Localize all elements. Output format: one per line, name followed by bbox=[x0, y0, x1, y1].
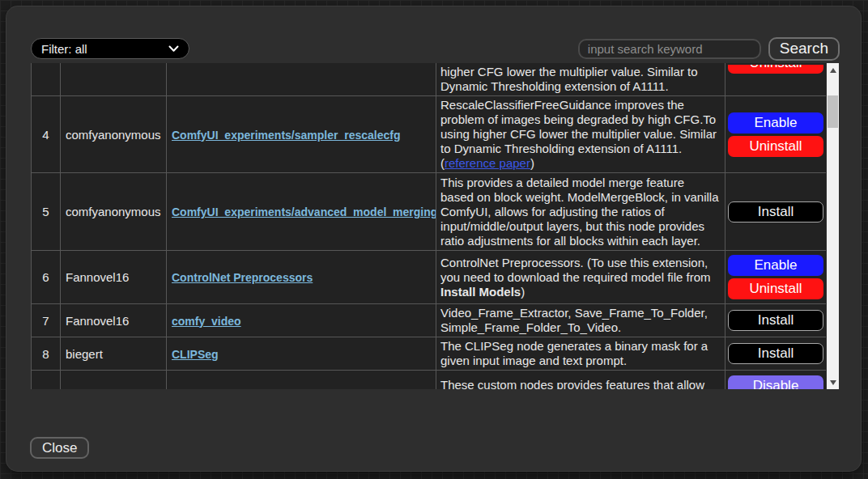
reference-paper-link[interactable]: reference paper bbox=[445, 156, 530, 170]
cell-name: ControlNet Preprocessors bbox=[167, 251, 436, 304]
cell-author: comfyanonymous bbox=[61, 96, 167, 173]
install-button[interactable]: Install bbox=[728, 343, 823, 364]
uninstall-button[interactable]: Uninstall bbox=[728, 65, 823, 74]
cell-id: 5 bbox=[32, 173, 61, 251]
cell-id: 6 bbox=[32, 251, 61, 304]
cell-description: Video_Frame_Extractor, Save_Frame_To_Fol… bbox=[436, 304, 725, 337]
table-row-partial-top: higher CFG lower the multiplier value. S… bbox=[32, 63, 827, 96]
cell-author: Fannovel16 bbox=[61, 251, 167, 304]
cell-author: comfyanonymous bbox=[61, 173, 167, 251]
cell-author: BlenderNeko bbox=[61, 371, 167, 390]
cell-description: The CLIPSeg node generates a binary mask… bbox=[436, 337, 725, 371]
nodes-table: higher CFG lower the multiplier value. S… bbox=[31, 63, 826, 389]
uninstall-button[interactable]: Uninstall bbox=[728, 278, 823, 299]
table-row: 5 comfyanonymous ComfyUI_experiments/adv… bbox=[32, 173, 827, 251]
install-custom-nodes-dialog: Filter: all Search bbox=[6, 6, 861, 471]
cell-id: 7 bbox=[32, 304, 61, 337]
enable-button[interactable]: Enable bbox=[728, 112, 823, 134]
search-input[interactable] bbox=[578, 39, 761, 59]
cell-name: CLIPSeg bbox=[167, 337, 436, 371]
scrollbar-thumb[interactable] bbox=[828, 95, 838, 128]
search-button[interactable]: Search bbox=[768, 37, 840, 61]
table-row: 6 Fannovel16 ControlNet Preprocessors Co… bbox=[32, 251, 827, 304]
cell-actions: Enable Uninstall bbox=[725, 96, 827, 173]
vertical-scrollbar[interactable] bbox=[827, 63, 839, 389]
cell-id: 9 bbox=[32, 371, 61, 390]
chevron-down-icon bbox=[168, 45, 179, 53]
cell-actions: Install bbox=[725, 337, 827, 371]
cell-author bbox=[61, 63, 167, 96]
extension-link[interactable]: comfy_video bbox=[172, 315, 241, 328]
cell-actions: Install bbox=[725, 173, 827, 251]
cell-name: ComfyUI_experiments/sampler_rescalecfg bbox=[167, 96, 436, 173]
cell-description: RescaleClassifierFreeGuidance improves t… bbox=[436, 96, 725, 173]
cell-actions: Install bbox=[725, 304, 827, 337]
cell-author: Fannovel16 bbox=[61, 304, 167, 337]
extension-link[interactable]: ComfyUI_experiments/advanced_model_mergi… bbox=[172, 206, 436, 218]
cell-name: ComfyUI_experiments/advanced_model_mergi… bbox=[167, 173, 436, 251]
comfyui-canvas: Filter: all Search bbox=[0, 0, 868, 479]
nodes-table-area: higher CFG lower the multiplier value. S… bbox=[31, 63, 839, 389]
enable-button[interactable]: Enable bbox=[728, 255, 823, 276]
filter-dropdown[interactable]: Filter: all bbox=[31, 38, 189, 59]
nodes-table-viewport: higher CFG lower the multiplier value. S… bbox=[31, 63, 826, 389]
cell-description: ControlNet Preprocessors. (To use this e… bbox=[436, 251, 725, 304]
cell-name bbox=[167, 63, 436, 96]
install-models-emphasis: Install Models bbox=[440, 285, 521, 299]
cell-actions: Disable bbox=[725, 371, 827, 390]
filter-dropdown-label: Filter: all bbox=[41, 42, 87, 56]
cell-description: higher CFG lower the multiplier value. S… bbox=[436, 63, 725, 96]
description-text: ControlNet Preprocessors. (To use this e… bbox=[440, 256, 711, 284]
install-button[interactable]: Install bbox=[728, 201, 823, 223]
extension-link[interactable]: ComfyUI_experiments/sampler_rescalecfg bbox=[172, 129, 400, 142]
cell-actions: Uninstall bbox=[725, 63, 827, 96]
cut-button-clip: Uninstall bbox=[725, 65, 826, 74]
cell-id: 4 bbox=[32, 96, 61, 173]
search-group: Search bbox=[578, 37, 840, 61]
cell-description: This provides a detailed model merge fea… bbox=[436, 173, 725, 251]
dialog-toolbar: Filter: all Search bbox=[31, 37, 840, 60]
table-row: 7 Fannovel16 comfy_video Video_Frame_Ext… bbox=[32, 304, 827, 337]
cell-author: biegert bbox=[61, 337, 167, 371]
install-button[interactable]: Install bbox=[728, 310, 823, 331]
scrollbar-up-button[interactable] bbox=[827, 64, 839, 76]
table-row-partial-bottom: 9 BlenderNeko ComfyUI Cutoff These custo… bbox=[32, 371, 827, 390]
cell-id: 8 bbox=[32, 337, 61, 371]
cell-description: These custom nodes provides features tha… bbox=[436, 371, 725, 390]
cell-actions: Enable Uninstall bbox=[725, 251, 827, 304]
cell-name: ComfyUI Cutoff bbox=[167, 371, 436, 390]
cell-id bbox=[32, 63, 61, 96]
extension-link[interactable]: CLIPSeg bbox=[172, 348, 219, 361]
scrollbar-down-button[interactable] bbox=[827, 376, 839, 388]
triangle-up-icon bbox=[830, 68, 836, 73]
triangle-down-icon bbox=[830, 380, 836, 385]
description-text: ) bbox=[521, 285, 525, 299]
disable-button[interactable]: Disable bbox=[728, 375, 823, 389]
close-button[interactable]: Close bbox=[30, 437, 89, 459]
uninstall-button[interactable]: Uninstall bbox=[728, 136, 823, 157]
table-row: 8 biegert CLIPSeg The CLIPSeg node gener… bbox=[32, 337, 827, 371]
table-row: 4 comfyanonymous ComfyUI_experiments/sam… bbox=[32, 96, 827, 173]
cell-name: comfy_video bbox=[167, 304, 436, 337]
description-text: ) bbox=[530, 156, 534, 170]
extension-link[interactable]: ControlNet Preprocessors bbox=[172, 271, 313, 284]
